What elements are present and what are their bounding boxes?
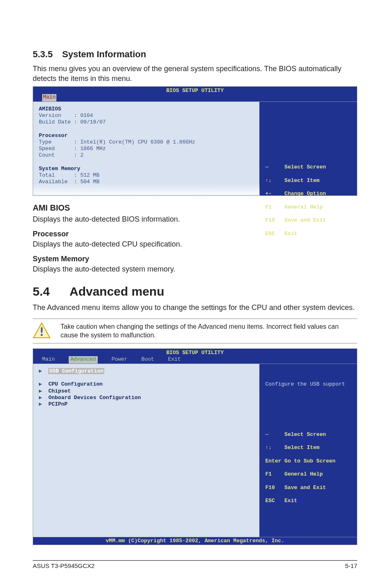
bios2-item-onboard: ▶ Onboard Devices Configuration xyxy=(39,395,253,401)
bios2-item-usb: ▶ USB Configuration xyxy=(39,368,253,375)
bios2-help-0: ↔ Select Screen xyxy=(265,431,353,438)
svg-rect-1 xyxy=(41,327,43,333)
bios1-tab-main: Main xyxy=(42,94,56,101)
bios1-help-4: F10 Save and Exit xyxy=(265,217,353,224)
bios2-footer: vMM.mm (C)Copyright 1985-2002, American … xyxy=(33,537,357,545)
caution-text: Take caution when changing the settings … xyxy=(61,322,357,340)
bios1-processor-header: Processor xyxy=(39,132,253,139)
bios2-help-1: ↑↓ Select Item xyxy=(265,444,353,451)
bios1-total-row: Total : 512 MB xyxy=(39,172,253,179)
bios2-tab-boot: Boot xyxy=(141,356,154,364)
bios1-type-row: Type : Intel(R) Core(TM) CPU 6300 @ 1.86… xyxy=(39,139,253,146)
caution-icon xyxy=(33,322,51,339)
bios2-item-pcipnp: ▶ PCIPnP xyxy=(39,401,253,408)
bios1-help-2: +- Change Option xyxy=(265,191,353,197)
sysmem-heading: System Memory xyxy=(33,255,357,263)
bios1-help-1: ↑↓ Select Item xyxy=(265,177,353,184)
section-5-3-5-heading: 5.3.5System Information xyxy=(33,49,357,60)
bios2-help-2: Enter Go to Sub Screen xyxy=(265,458,353,465)
bios2-tab-main: Main xyxy=(42,356,55,364)
bios1-help-0: ↔ Select Screen xyxy=(265,164,353,171)
footer-page: 5-17 xyxy=(345,562,357,569)
bios2-tab-exit: Exit xyxy=(168,356,181,364)
bios1-title: BIOS SETUP UTILITY xyxy=(33,87,357,95)
bios1-amibios-header: AMIBIOS xyxy=(39,106,253,112)
section-5-4-title: Advanced menu xyxy=(69,285,164,298)
bios2-help-4: F10 Save and Exit xyxy=(265,485,353,491)
section-5-4-heading: 5.4Advanced menu xyxy=(33,285,357,298)
bios2-item-chipset: ▶ Chipset xyxy=(39,388,253,395)
bios1-version-row: Version : 0104 xyxy=(39,112,253,119)
bios1-builddate-row: Build Date : 09/19/07 xyxy=(39,119,253,126)
bios2-tab-power: Power xyxy=(112,356,128,364)
sysmem-text: Displays the auto-detected system memory… xyxy=(33,264,357,274)
section-5-4-number: 5.4 xyxy=(33,285,69,298)
bios2-help-desc: Configure the USB support xyxy=(265,381,353,388)
bios2-help-5: ESC Exit xyxy=(265,498,353,504)
footer-product: ASUS T3-P5945GCX2 xyxy=(33,562,94,569)
bios-screenshot-advanced: BIOS SETUP UTILITY Main Advanced Power B… xyxy=(33,348,357,545)
section-5-3-5-intro: This menu gives you an overview of the g… xyxy=(33,64,357,84)
bios-screenshot-main: BIOS SETUP UTILITY Main AMIBIOS Version … xyxy=(33,86,357,196)
bios2-item-cpu: ▶ CPU Configuration xyxy=(39,381,253,388)
section-5-4-intro: The Advanced menu items allow you to cha… xyxy=(33,303,357,312)
bios1-help-5: ESC Exit xyxy=(265,231,353,237)
page-footer: ASUS T3-P5945GCX2 5-17 xyxy=(33,560,357,569)
bios1-help-3: F1 General Help xyxy=(265,204,353,211)
bios1-available-row: Available : 504 MB xyxy=(39,179,253,185)
bios2-help-3: F1 General Help xyxy=(265,471,353,478)
section-5-3-5-title: System Information xyxy=(62,49,146,59)
bios2-tab-advanced: Advanced xyxy=(69,356,97,364)
bios1-count-row: Count : 2 xyxy=(39,152,253,159)
bios1-speed-row: Speed : 1866 MHz xyxy=(39,146,253,152)
bios2-title: BIOS SETUP UTILITY xyxy=(33,349,357,357)
svg-point-2 xyxy=(41,334,43,336)
section-5-3-5-number: 5.3.5 xyxy=(33,49,62,60)
caution-block: Take caution when changing the settings … xyxy=(33,319,357,343)
bios1-sysmem-header: System Memory xyxy=(39,166,253,172)
